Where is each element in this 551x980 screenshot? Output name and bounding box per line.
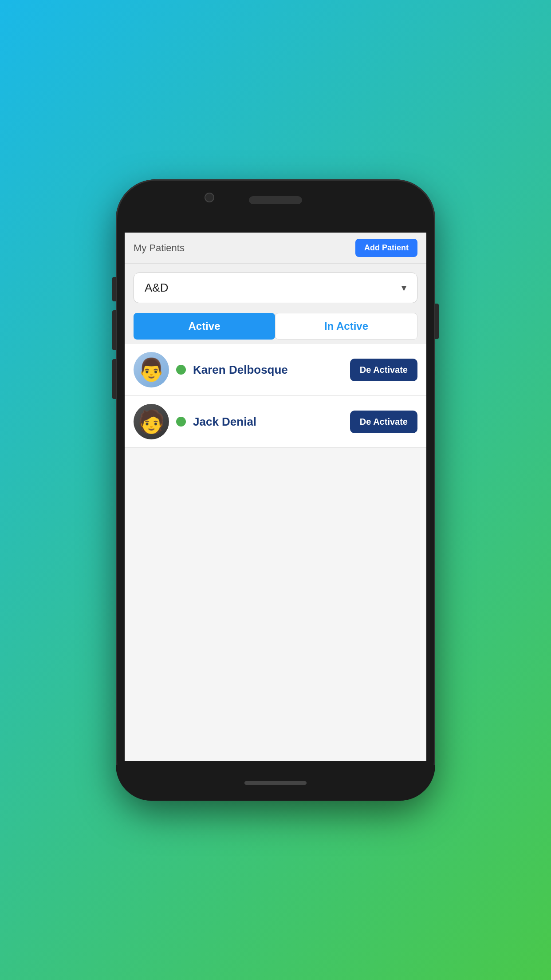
user-list: Karen Delbosque De Activate Jack Denial … [125,344,426,761]
user-name: Jack Denial [193,415,343,429]
tab-inactive-label: In Active [324,320,368,332]
tab-inactive[interactable]: In Active [275,313,417,340]
speaker-grille [249,196,302,204]
volume-up-button[interactable] [112,277,116,301]
phone-screen: My Patients Add Patient A&D ▾ Active In … [125,233,426,761]
deactivate-button[interactable]: De Activate [350,411,417,433]
group-dropdown[interactable]: A&D ▾ [134,273,417,303]
avatar [134,404,169,439]
tab-active[interactable]: Active [134,313,275,340]
dropdown-container: A&D ▾ [125,264,426,308]
tab-active-label: Active [188,320,220,332]
tab-bar: Active In Active [125,313,426,340]
silent-button[interactable] [112,359,116,399]
home-indicator [244,781,307,785]
status-indicator [176,417,186,427]
status-indicator [176,365,186,375]
nav-title: My Patients [134,242,185,254]
front-camera [205,193,214,202]
phone-device: My Patients Add Patient A&D ▾ Active In … [116,179,435,801]
deactivate-button[interactable]: De Activate [350,359,417,381]
nav-bar: My Patients Add Patient [125,233,426,264]
volume-down-button[interactable] [112,310,116,350]
table-row: Jack Denial De Activate [125,396,426,448]
dropdown-selected-value: A&D [145,281,168,295]
power-button[interactable] [435,304,439,339]
user-name: Karen Delbosque [193,363,343,377]
table-row: Karen Delbosque De Activate [125,344,426,396]
add-patient-button[interactable]: Add Patient [355,239,417,257]
phone-top-bar [116,179,435,233]
chevron-down-icon: ▾ [401,282,406,294]
avatar [134,352,169,387]
phone-bottom [116,765,435,801]
